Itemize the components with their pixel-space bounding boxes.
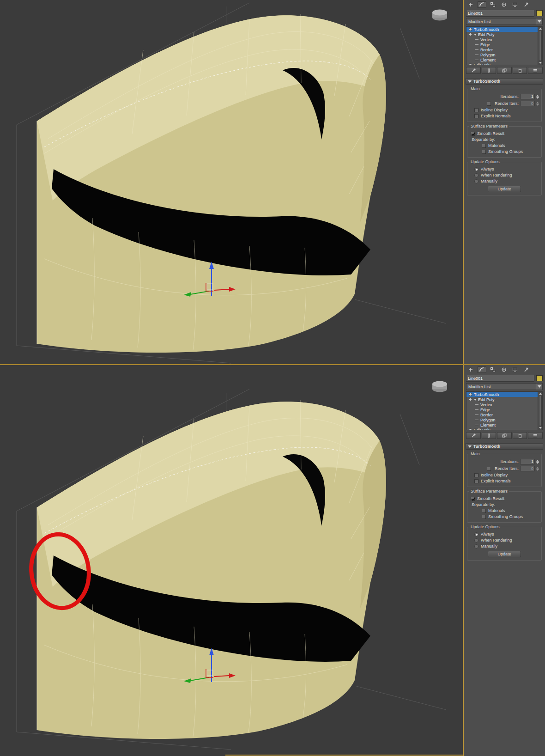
scroll-up-icon[interactable] bbox=[539, 28, 542, 30]
dropdown-arrow-icon[interactable] bbox=[536, 384, 542, 390]
stack-scrollbar[interactable] bbox=[538, 392, 542, 430]
rollout-header[interactable]: TurboSmooth bbox=[466, 78, 543, 85]
stack-row-edit-poly-2[interactable]: Edit Poly bbox=[466, 62, 538, 65]
explicit-normals-checkbox[interactable] bbox=[474, 479, 478, 483]
modifier-list-dropdown[interactable]: Modifier List bbox=[466, 383, 543, 390]
explicit-normals-checkbox[interactable] bbox=[474, 114, 478, 118]
always-label: Always bbox=[481, 167, 494, 171]
scroll-down-icon[interactable] bbox=[539, 62, 542, 64]
show-end-result-button[interactable] bbox=[482, 432, 497, 439]
update-button[interactable]: Update bbox=[488, 551, 521, 557]
isoline-display-checkbox[interactable] bbox=[474, 108, 478, 112]
stack-row-element[interactable]: Element bbox=[466, 57, 538, 62]
stack-row-edge[interactable]: Edge bbox=[466, 42, 538, 47]
utilities-tab[interactable] bbox=[521, 366, 531, 373]
stack-row-edge[interactable]: Edge bbox=[466, 407, 538, 412]
manually-radio[interactable] bbox=[474, 544, 478, 549]
stack-row-border[interactable]: Border bbox=[466, 47, 538, 52]
iterations-value[interactable]: 1 bbox=[520, 459, 535, 464]
render-iters-checkbox[interactable] bbox=[487, 467, 491, 471]
scroll-up-icon[interactable] bbox=[539, 393, 542, 395]
modifier-enable-icon[interactable] bbox=[469, 28, 472, 31]
modifier-enable-icon[interactable] bbox=[469, 33, 472, 36]
materials-checkbox[interactable] bbox=[482, 144, 486, 148]
viewport-puck-icon[interactable] bbox=[432, 381, 447, 392]
scroll-down-icon[interactable] bbox=[539, 427, 542, 429]
modifier-enable-icon[interactable] bbox=[469, 428, 472, 430]
make-unique-button[interactable] bbox=[497, 432, 512, 439]
stack-row-polygon[interactable]: Polygon bbox=[466, 52, 538, 57]
motion-tab[interactable] bbox=[499, 1, 509, 8]
always-radio[interactable] bbox=[474, 532, 478, 537]
display-tab[interactable] bbox=[510, 1, 520, 8]
expand-arrow-icon[interactable] bbox=[474, 399, 477, 401]
remove-modifier-button[interactable] bbox=[513, 67, 527, 74]
object-color-swatch[interactable] bbox=[536, 375, 543, 381]
show-end-result-button[interactable] bbox=[482, 67, 497, 74]
smoothing-groups-checkbox[interactable] bbox=[482, 515, 486, 519]
utilities-tab[interactable] bbox=[521, 1, 531, 8]
always-radio[interactable] bbox=[474, 167, 478, 171]
modify-tab[interactable] bbox=[477, 1, 486, 8]
stack-row-turbosmooth[interactable]: TurboSmooth bbox=[466, 27, 538, 32]
pin-stack-button[interactable] bbox=[466, 67, 481, 74]
modifier-enable-icon[interactable] bbox=[469, 63, 472, 65]
make-unique-button[interactable] bbox=[497, 67, 512, 74]
expand-arrow-icon[interactable] bbox=[474, 34, 477, 36]
tree-line bbox=[475, 60, 478, 60]
modifier-stack-list[interactable]: TurboSmooth Edit Poly Vertex Edge Border… bbox=[466, 391, 543, 430]
scroll-thumb[interactable] bbox=[539, 30, 542, 61]
stack-scrollbar[interactable] bbox=[538, 27, 542, 65]
viewport-top[interactable] bbox=[0, 0, 464, 364]
render-iters-checkbox[interactable] bbox=[487, 102, 491, 106]
create-tab[interactable] bbox=[466, 1, 475, 8]
stack-row-element[interactable]: Element bbox=[466, 422, 538, 427]
viewport-bottom[interactable] bbox=[0, 365, 464, 756]
viewport-puck-icon[interactable] bbox=[432, 10, 447, 21]
modifier-enable-icon[interactable] bbox=[469, 398, 472, 401]
rollout-header[interactable]: TurboSmooth bbox=[466, 443, 543, 450]
modifier-enable-icon[interactable] bbox=[469, 393, 472, 396]
update-button[interactable]: Update bbox=[488, 186, 521, 192]
smooth-result-checkbox[interactable] bbox=[471, 497, 475, 501]
smoothing-groups-checkbox[interactable] bbox=[482, 150, 486, 154]
motion-tab[interactable] bbox=[499, 366, 509, 373]
pin-stack-button[interactable] bbox=[466, 432, 481, 439]
model-mesh[interactable] bbox=[17, 3, 446, 363]
explicit-normals-label: Explicit Normals bbox=[481, 114, 511, 118]
object-name-field[interactable] bbox=[466, 375, 534, 382]
hierarchy-tab[interactable] bbox=[488, 1, 497, 8]
stack-row-edit-poly-2[interactable]: Edit Poly bbox=[466, 427, 538, 430]
modify-tab[interactable] bbox=[477, 366, 486, 373]
modifier-stack-list[interactable]: TurboSmooth Edit Poly Vertex Edge Border… bbox=[466, 26, 543, 65]
stack-row-turbosmooth[interactable]: TurboSmooth bbox=[466, 392, 538, 397]
iterations-value[interactable]: 1 bbox=[520, 94, 535, 99]
iterations-spinner[interactable] bbox=[536, 95, 539, 99]
dropdown-arrow-icon[interactable] bbox=[536, 18, 542, 24]
hierarchy-tab[interactable] bbox=[488, 366, 497, 373]
stack-row-border[interactable]: Border bbox=[466, 412, 538, 417]
materials-checkbox[interactable] bbox=[482, 509, 486, 513]
stack-row-edit-poly[interactable]: Edit Poly bbox=[466, 397, 538, 402]
smooth-result-checkbox[interactable] bbox=[471, 132, 475, 136]
iterations-spinner[interactable] bbox=[536, 460, 539, 464]
isoline-display-checkbox[interactable] bbox=[474, 473, 478, 477]
configure-modifier-sets-button[interactable] bbox=[528, 67, 543, 74]
stack-row-vertex[interactable]: Vertex bbox=[466, 402, 538, 407]
when-rendering-radio[interactable] bbox=[474, 538, 478, 543]
when-rendering-radio[interactable] bbox=[474, 173, 478, 177]
display-tab[interactable] bbox=[510, 366, 520, 373]
manually-radio[interactable] bbox=[474, 179, 478, 183]
create-tab[interactable] bbox=[466, 366, 475, 373]
stack-row-vertex[interactable]: Vertex bbox=[466, 37, 538, 42]
stack-rows: TurboSmooth Edit Poly Vertex Edge Border… bbox=[466, 392, 538, 430]
object-color-swatch[interactable] bbox=[536, 10, 543, 16]
remove-modifier-button[interactable] bbox=[513, 432, 527, 439]
stack-row-polygon[interactable]: Polygon bbox=[466, 417, 538, 422]
configure-modifier-sets-button[interactable] bbox=[528, 432, 543, 439]
stack-row-edit-poly[interactable]: Edit Poly bbox=[466, 32, 538, 37]
scroll-thumb[interactable] bbox=[539, 396, 542, 426]
object-name-field[interactable] bbox=[466, 10, 534, 17]
modifier-list-dropdown[interactable]: Modifier List bbox=[466, 18, 543, 25]
test-tube-icon bbox=[486, 68, 491, 73]
